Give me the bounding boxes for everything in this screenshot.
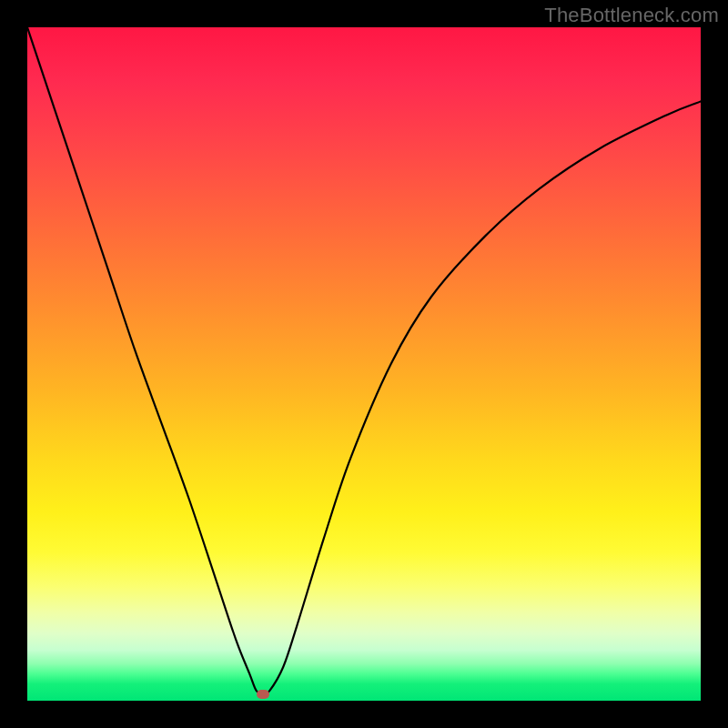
plot-area [27, 27, 701, 701]
optimum-marker [257, 690, 269, 699]
bottleneck-curve [27, 27, 701, 701]
chart-frame: TheBottleneck.com [0, 0, 728, 728]
watermark-text: TheBottleneck.com [544, 4, 719, 27]
